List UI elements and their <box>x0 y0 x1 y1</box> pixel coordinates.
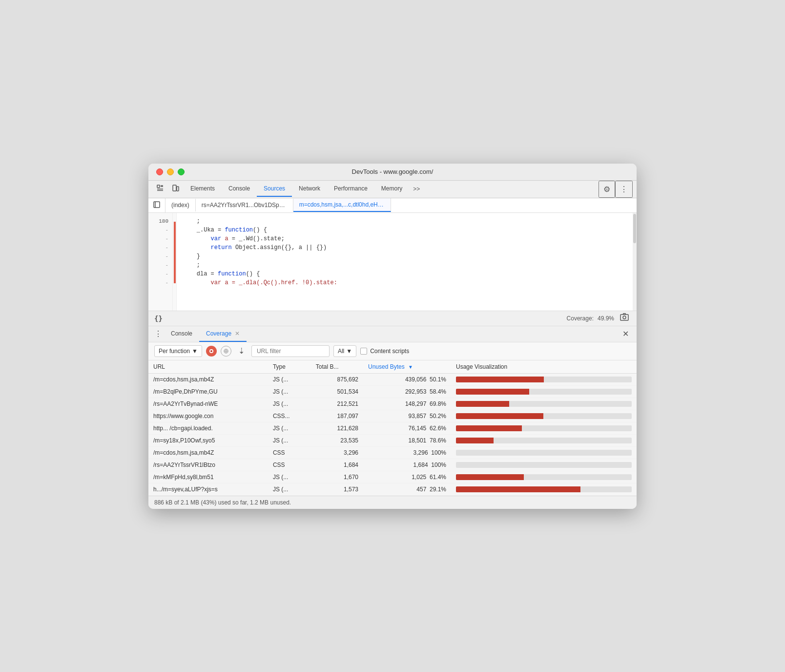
row-total-bytes: 1,573 <box>311 483 363 495</box>
table-row[interactable]: /rs=AA2YrTssrVR1lBtzo CSS 1,684 1,684 10… <box>148 459 637 471</box>
table-row[interactable]: /m=cdos,hsm,jsa,mb4Z CSS 3,296 3,296 100… <box>148 446 637 459</box>
minimize-button[interactable] <box>167 168 174 175</box>
row-unused-bytes: 93,857 50.2% <box>363 410 451 422</box>
file-tab-close-button[interactable]: ✕ <box>390 201 391 208</box>
row-type: JS (... <box>268 373 311 385</box>
maximize-button[interactable] <box>178 168 185 175</box>
panel-tab-bar: ⋮ Console Coverage ✕ ✕ <box>148 326 637 342</box>
used-portion <box>456 413 543 419</box>
sidebar-toggle-button[interactable] <box>148 198 165 212</box>
code-scrollbar[interactable] <box>633 213 637 311</box>
usage-bar <box>456 462 632 468</box>
table-row[interactable]: h.../m=syev,aLUfP?xjs=s JS (... 1,573 45… <box>148 483 637 495</box>
col-header-type[interactable]: Type <box>268 360 311 374</box>
row-url: http... /cb=gapi.loaded. <box>148 422 268 434</box>
status-bar: 886 kB of 2.1 MB (43%) used so far, 1.2 … <box>148 496 637 509</box>
used-portion <box>456 377 544 382</box>
content-scripts-checkbox[interactable] <box>360 348 367 355</box>
usage-bar <box>456 486 632 492</box>
dropdown-arrow-icon: ▼ <box>192 348 198 355</box>
col-header-unused-bytes[interactable]: Unused Bytes ▼ <box>363 360 451 374</box>
all-filter-button[interactable]: All ▼ <box>333 345 356 357</box>
per-function-button[interactable]: Per function ▼ <box>154 345 202 357</box>
more-tabs-button[interactable]: >> <box>409 182 424 196</box>
tab-performance[interactable]: Performance <box>327 181 374 197</box>
table-row[interactable]: /m=cdos,hsm,jsa,mb4Z JS (... 875,692 439… <box>148 373 637 385</box>
table-row[interactable]: /m=kMFpHd,sy8l,bm51 JS (... 1,670 1,025 … <box>148 471 637 483</box>
panel-tab-close-button[interactable]: ✕ <box>235 330 240 337</box>
row-url: /m=kMFpHd,sy8l,bm51 <box>148 471 268 483</box>
used-portion <box>456 425 522 431</box>
svg-point-10 <box>623 316 626 319</box>
tab-memory[interactable]: Memory <box>374 181 409 197</box>
scrollbar-thumb[interactable] <box>633 214 636 243</box>
per-function-label: Per function <box>159 348 190 355</box>
row-unused-bytes: 3,296 100% <box>363 446 451 459</box>
tab-coverage-panel[interactable]: Coverage ✕ <box>199 326 247 342</box>
usage-bar <box>456 474 632 480</box>
code-content[interactable]: ; _.Uka = function() { var a = _.Wd().st… <box>177 213 633 311</box>
settings-button[interactable]: ⚙ <box>599 181 615 198</box>
row-total-bytes: 875,692 <box>311 373 363 385</box>
file-tab-m-cdos[interactable]: m=cdos,hsm,jsa,...c,dtl0hd,eHDfl ✕ <box>293 198 391 212</box>
stop-coverage-button[interactable] <box>221 346 231 357</box>
table-row[interactable]: https://www.google.con CSS... 187,097 93… <box>148 410 637 422</box>
table-row[interactable]: /m=B2qlPe,DhPYme,GU JS (... 501,534 292,… <box>148 385 637 398</box>
row-total-bytes: 501,534 <box>311 385 363 398</box>
file-tab-index[interactable]: (index) <box>165 199 196 211</box>
row-url: h.../m=syev,aLUfP?xjs=s <box>148 483 268 495</box>
table-header-row: URL Type Total B... Unused Bytes ▼ Usage… <box>148 360 637 374</box>
coverage-table-container: URL Type Total B... Unused Bytes ▼ Usage… <box>148 360 637 496</box>
col-header-visualization[interactable]: Usage Visualization <box>451 360 637 374</box>
download-button[interactable]: ⇣ <box>235 345 248 357</box>
screenshot-button[interactable] <box>618 313 631 324</box>
row-unused-bytes: 292,953 58.4% <box>363 385 451 398</box>
tab-console-panel[interactable]: Console <box>164 326 199 342</box>
row-total-bytes: 212,521 <box>311 398 363 410</box>
used-portion <box>456 486 580 492</box>
row-visualization <box>451 483 637 495</box>
row-url: /m=cdos,hsm,jsa,mb4Z <box>148 446 268 459</box>
record-coverage-button[interactable] <box>206 346 217 357</box>
usage-bar <box>456 425 632 431</box>
panel-menu-button[interactable]: ⋮ <box>152 326 164 341</box>
row-url: /m=B2qlPe,DhPYme,GU <box>148 385 268 398</box>
file-tab-rs1[interactable]: rs=AA2YrTssrVR1...Obv1DSp-vWG36A <box>196 199 293 211</box>
devtools-window: DevTools - www.google.com/ Elements Cons… <box>148 164 637 509</box>
col-header-url[interactable]: URL <box>148 360 268 374</box>
table-row[interactable]: /rs=AA2YrTvBynad-nWE JS (... 212,521 148… <box>148 398 637 410</box>
row-type: JS (... <box>268 434 311 446</box>
col-header-total-bytes[interactable]: Total B... <box>311 360 363 374</box>
format-button[interactable]: {} <box>154 315 163 322</box>
row-unused-bytes: 439,056 50.1% <box>363 373 451 385</box>
used-portion <box>456 438 494 443</box>
url-filter-input[interactable] <box>251 345 330 357</box>
table-row[interactable]: http... /cb=gapi.loaded. JS (... 121,628… <box>148 422 637 434</box>
row-visualization <box>451 398 637 410</box>
tab-console[interactable]: Console <box>222 181 257 197</box>
tab-network[interactable]: Network <box>292 181 327 197</box>
row-visualization <box>451 459 637 471</box>
device-toolbar-button[interactable] <box>168 181 184 197</box>
coverage-percent: 49.9% <box>598 315 614 322</box>
tab-elements[interactable]: Elements <box>184 181 222 197</box>
code-editor: 180 - - - - - - - ; _.Uka = function() {… <box>148 213 637 311</box>
table-row[interactable]: /m=sy18x,P10Owf,syo5 JS (... 23,535 18,5… <box>148 434 637 446</box>
content-scripts-toggle: Content scripts <box>360 348 409 355</box>
file-tab-bar: (index) rs=AA2YrTssrVR1...Obv1DSp-vWG36A… <box>148 198 637 213</box>
content-scripts-label: Content scripts <box>370 348 409 355</box>
row-url: /m=cdos,hsm,jsa,mb4Z <box>148 373 268 385</box>
tab-sources[interactable]: Sources <box>257 181 292 197</box>
svg-rect-9 <box>620 315 628 320</box>
window-title: DevTools - www.google.com/ <box>352 168 434 175</box>
row-type: CSS... <box>268 410 311 422</box>
row-type: CSS <box>268 446 311 459</box>
panel-close-button[interactable]: ✕ <box>619 326 633 341</box>
close-button[interactable] <box>156 168 163 175</box>
traffic-lights <box>156 168 185 175</box>
inspector-icon-button[interactable] <box>152 181 168 197</box>
usage-bar <box>456 377 632 382</box>
row-total-bytes: 121,628 <box>311 422 363 434</box>
more-options-button[interactable]: ⋮ <box>615 181 633 198</box>
coverage-gutter <box>173 213 177 311</box>
